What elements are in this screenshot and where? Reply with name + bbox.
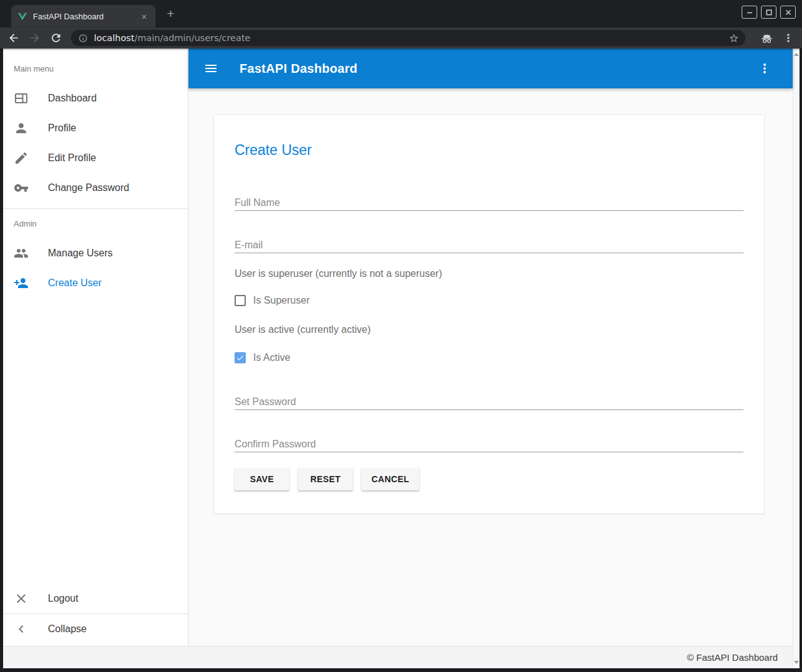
page-footer: © FastAPI Dashboard <box>3 646 793 668</box>
browser-window: FastAPI Dashboard × + localhost/main/adm… <box>0 0 802 672</box>
url-path: /main/admin/users/create <box>134 33 250 43</box>
sidebar-item-label: Collapse <box>48 623 86 635</box>
page-viewport: FastAPI Dashboard Main menu Dashboard Pr… <box>3 49 800 668</box>
scroll-up-arrow-icon[interactable] <box>794 53 799 56</box>
tab-title: FastAPI Dashboard <box>33 12 133 21</box>
sidebar-item-label: Change Password <box>48 182 129 194</box>
app-menu-kebab-icon[interactable] <box>757 61 772 76</box>
tab-close-icon[interactable]: × <box>139 11 149 22</box>
superuser-checkbox[interactable] <box>235 295 246 306</box>
window-controls <box>742 6 796 19</box>
superuser-checkbox-row[interactable]: Is Superuser <box>235 294 744 307</box>
sidebar-section-admin: Admin <box>3 209 188 238</box>
sidebar-item-collapse[interactable]: Collapse <box>3 614 188 644</box>
people-icon <box>14 246 29 261</box>
sidebar-item-label: Dashboard <box>48 93 96 104</box>
scroll-down-arrow-icon[interactable] <box>794 661 799 664</box>
sidebar-section-main-menu: Main menu <box>3 49 188 83</box>
sidebar-item-dashboard[interactable]: Dashboard <box>3 83 188 113</box>
pencil-icon <box>14 151 29 166</box>
footer-copyright: © FastAPI Dashboard <box>687 652 778 663</box>
sidebar-item-logout[interactable]: Logout <box>3 584 188 614</box>
browser-toolbar: localhost/main/admin/users/create <box>0 27 802 49</box>
sidebar-bottom: Logout Collapse <box>3 584 188 644</box>
dashboard-icon <box>14 91 29 106</box>
minimize-button[interactable] <box>742 6 757 19</box>
app-toolbar: FastAPI Dashboard <box>189 49 793 88</box>
tab-strip: FastAPI Dashboard × + <box>0 0 802 27</box>
back-button[interactable] <box>7 32 20 44</box>
sidebar-item-label: Edit Profile <box>48 152 96 164</box>
sidebar-item-label: Manage Users <box>48 248 113 259</box>
cancel-button[interactable]: CANCEL <box>361 468 419 490</box>
app-title: FastAPI Dashboard <box>240 62 358 76</box>
minimize-icon <box>747 9 753 16</box>
sidebar-item-change-password[interactable]: Change Password <box>3 173 188 203</box>
vertical-scrollbar[interactable] <box>793 49 800 668</box>
reset-button[interactable]: RESET <box>298 468 353 490</box>
form-actions: SAVE RESET CANCEL <box>235 468 744 490</box>
close-x-icon <box>14 591 29 606</box>
url-text: localhost/main/admin/users/create <box>94 33 722 43</box>
person-add-icon <box>14 276 29 291</box>
full-name-field-wrap <box>235 195 744 211</box>
sidebar-item-label: Create User <box>48 278 101 289</box>
active-helper-text: User is active (currently active) <box>235 324 744 335</box>
hamburger-menu-icon[interactable] <box>203 61 218 76</box>
sidebar-item-label: Logout <box>48 593 78 604</box>
email-field-wrap <box>235 237 744 253</box>
confirm-password-input[interactable] <box>235 436 744 452</box>
checkmark-icon <box>236 353 245 362</box>
sidebar-item-label: Profile <box>48 123 76 134</box>
chevron-left-icon <box>14 622 29 637</box>
sidebar-item-create-user[interactable]: Create User <box>3 268 188 298</box>
new-tab-button[interactable]: + <box>163 7 178 20</box>
save-button[interactable]: SAVE <box>235 468 289 490</box>
key-icon <box>14 180 29 195</box>
sidebar-item-manage-users[interactable]: Manage Users <box>3 238 188 268</box>
superuser-helper-text: User is superuser (currently is not a su… <box>235 268 744 279</box>
confirm-password-field-wrap <box>235 436 744 452</box>
email-input[interactable] <box>235 237 744 253</box>
page-title: Create User <box>235 141 744 159</box>
vue-logo-icon <box>17 11 27 21</box>
set-password-input[interactable] <box>235 394 744 410</box>
active-checkbox-label: Is Active <box>253 352 291 363</box>
sidebar: Main menu Dashboard Profile Edit Profile… <box>3 49 189 646</box>
active-checkbox[interactable] <box>235 352 246 363</box>
full-name-input[interactable] <box>235 195 744 211</box>
close-icon <box>785 9 791 16</box>
person-icon <box>14 121 29 136</box>
main-content: Create User User is superuser (currently… <box>189 88 793 646</box>
sidebar-item-edit-profile[interactable]: Edit Profile <box>3 143 188 173</box>
forward-button[interactable] <box>29 32 41 44</box>
maximize-icon <box>766 9 772 16</box>
reload-button[interactable] <box>50 32 62 44</box>
incognito-icon <box>760 32 773 45</box>
browser-tab[interactable]: FastAPI Dashboard × <box>11 5 156 27</box>
bookmark-star-icon[interactable] <box>729 33 739 44</box>
url-host: localhost <box>94 33 134 43</box>
info-icon[interactable] <box>78 34 88 43</box>
sidebar-item-profile[interactable]: Profile <box>3 113 188 143</box>
close-window-button[interactable] <box>780 6 796 19</box>
maximize-button[interactable] <box>761 6 776 19</box>
url-bar[interactable]: localhost/main/admin/users/create <box>71 30 745 46</box>
set-password-field-wrap <box>235 394 744 410</box>
browser-menu-kebab-icon[interactable] <box>782 32 795 44</box>
superuser-checkbox-label: Is Superuser <box>253 295 310 306</box>
active-checkbox-row[interactable]: Is Active <box>235 352 744 364</box>
create-user-card: Create User User is superuser (currently… <box>213 114 765 514</box>
